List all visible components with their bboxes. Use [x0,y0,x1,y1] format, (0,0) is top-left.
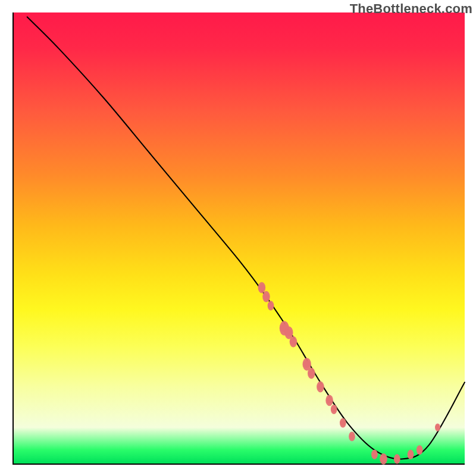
scatter-overlay [258,282,440,465]
bottleneck-curve [27,17,465,459]
scatter-point-core [285,329,292,336]
scatter-point-core [340,420,346,425]
scatter-point-core [326,397,332,403]
chart-svg [14,12,465,464]
scatter-point-core [408,452,414,457]
scatter-point-core [436,425,440,430]
watermark-label: TheBottleneck.com [350,1,472,17]
scatter-point-core [372,452,377,457]
scatter-point-core [394,456,400,462]
scatter-point-core [303,361,311,368]
scatter-point-core [317,384,323,390]
scatter-point-core [349,434,355,439]
scatter-point-core [290,339,296,345]
scatter-point-core [308,370,314,376]
scatter-point-core [417,447,422,453]
scatter-point-core [331,407,337,412]
scatter-point-core [380,456,386,462]
plot-area [12,12,465,465]
scatter-point-core [263,293,269,299]
scatter-point-core [259,284,265,290]
scatter-point-core [268,303,274,308]
